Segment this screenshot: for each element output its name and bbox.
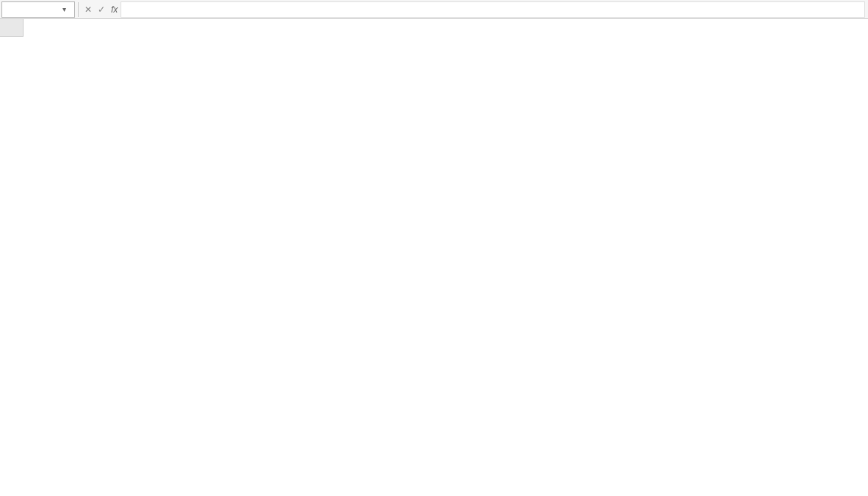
name-box-dropdown-icon[interactable]: ▾ [58,5,70,13]
accept-formula-icon[interactable]: ✓ [95,3,108,16]
formula-bar-row: ▾ ✕ ✓ fx [0,0,868,19]
select-all-corner[interactable] [0,19,24,37]
name-box[interactable]: ▾ [1,1,75,18]
divider [78,2,79,17]
cancel-formula-icon[interactable]: ✕ [82,3,95,16]
formula-input[interactable] [121,1,865,18]
fx-icon[interactable]: fx [108,4,121,15]
